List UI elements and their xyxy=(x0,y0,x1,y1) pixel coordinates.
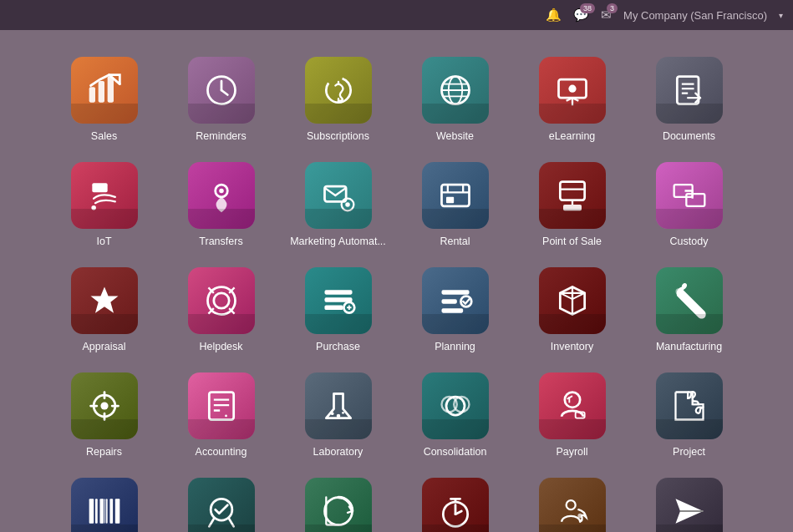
app-item-website[interactable]: Website xyxy=(397,47,514,152)
app-item-documents[interactable]: Documents xyxy=(631,47,748,152)
svg-marker-39 xyxy=(90,287,118,313)
app-icon-custody xyxy=(656,162,723,229)
app-item-plm[interactable]: PLM xyxy=(280,468,397,532)
svg-line-5 xyxy=(221,90,227,95)
svg-rect-28 xyxy=(441,185,469,206)
app-label-iot: IoT xyxy=(96,236,111,247)
svg-point-100 xyxy=(577,514,582,519)
app-item-payroll[interactable]: Payroll xyxy=(514,362,631,468)
app-label-transfers: Transfers xyxy=(199,236,242,247)
svg-rect-86 xyxy=(105,499,107,523)
app-label-repairs: Repairs xyxy=(86,446,122,458)
app-item-quality[interactable]: Quality xyxy=(163,468,280,532)
app-item-transfers[interactable]: Transfers xyxy=(163,152,280,257)
svg-point-79 xyxy=(564,393,579,408)
app-item-marketing[interactable]: Marketing Automat... xyxy=(280,152,397,257)
app-item-repairs[interactable]: Repairs xyxy=(46,362,163,468)
app-label-sales: Sales xyxy=(91,130,117,142)
app-icon-accounting xyxy=(188,372,255,439)
app-icon-website xyxy=(422,57,489,124)
svg-point-22 xyxy=(91,205,96,210)
svg-rect-38 xyxy=(686,194,704,206)
app-icon-timesheets xyxy=(422,478,489,532)
app-item-sales[interactable]: Sales xyxy=(46,47,163,152)
app-item-project[interactable]: Project xyxy=(631,362,748,468)
app-item-inventory[interactable]: Inventory xyxy=(514,257,631,362)
msg-icon[interactable]: ✉ 3 xyxy=(601,8,612,23)
app-icon-planning xyxy=(422,267,489,334)
app-label-appraisal: Appraisal xyxy=(82,341,125,352)
app-label-inventory: Inventory xyxy=(551,341,593,352)
svg-point-41 xyxy=(213,293,228,308)
svg-rect-25 xyxy=(324,186,346,201)
app-icon-helpdesk xyxy=(188,267,255,334)
app-item-consolidation[interactable]: Consolidation xyxy=(397,362,514,468)
company-selector[interactable]: My Company (San Francisco) xyxy=(623,9,767,22)
app-label-payroll: Payroll xyxy=(556,446,587,458)
app-label-laboratory: Laboratory xyxy=(313,446,363,458)
svg-rect-88 xyxy=(114,499,119,523)
app-item-laboratory[interactable]: Laboratory xyxy=(280,362,397,468)
app-item-planning[interactable]: Planning xyxy=(397,257,514,362)
app-icon-appraisal xyxy=(71,267,138,334)
app-icon-sales xyxy=(71,57,138,124)
app-label-rental: Rental xyxy=(440,236,470,247)
app-item-purchase[interactable]: Purchase xyxy=(280,257,397,362)
app-item-subscriptions[interactable]: Subscriptions xyxy=(280,47,397,152)
svg-rect-48 xyxy=(324,306,343,311)
app-label-planning: Planning xyxy=(435,341,475,352)
app-label-website: Website xyxy=(436,130,474,142)
app-icon-transfers xyxy=(188,162,255,229)
svg-point-74 xyxy=(336,414,340,418)
company-chevron[interactable]: ▾ xyxy=(779,11,783,20)
app-icon-purchase xyxy=(305,267,372,334)
chat-icon[interactable]: 💬 38 xyxy=(573,8,589,23)
app-item-emailmktg[interactable]: Email Marketing xyxy=(631,468,748,532)
app-item-barcode[interactable]: Barcode xyxy=(46,468,163,532)
app-item-pos[interactable]: Point of Sale xyxy=(514,152,631,257)
app-item-reminders[interactable]: Reminders xyxy=(163,47,280,152)
app-icon-reminders xyxy=(188,57,255,124)
app-item-manufacturing[interactable]: Manufacturing xyxy=(631,257,748,362)
svg-rect-33 xyxy=(560,182,584,200)
app-item-custody[interactable]: Custody xyxy=(631,152,748,257)
app-label-consolidation: Consolidation xyxy=(424,446,487,458)
svg-rect-87 xyxy=(109,499,113,523)
app-item-elearning[interactable]: eLearning xyxy=(514,47,631,152)
app-icon-quality xyxy=(188,478,255,532)
app-icon-elearning xyxy=(539,57,606,124)
app-icon-marketing xyxy=(305,162,372,229)
svg-rect-2 xyxy=(107,77,113,103)
app-item-fieldservice[interactable]: Field Service xyxy=(514,468,631,532)
app-label-project: Project xyxy=(673,446,705,458)
chat-badge: 38 xyxy=(580,3,595,13)
svg-point-24 xyxy=(219,189,224,194)
app-item-appraisal[interactable]: Appraisal xyxy=(46,257,163,362)
svg-rect-0 xyxy=(89,87,94,102)
app-icon-documents xyxy=(656,57,723,124)
topbar: 🔔 💬 38 ✉ 3 My Company (San Francisco) ▾ xyxy=(0,0,793,30)
app-item-rental[interactable]: Rental xyxy=(397,152,514,257)
app-grid: SalesRemindersSubscriptionsWebsiteeLearn… xyxy=(0,30,793,532)
bell-icon[interactable]: 🔔 xyxy=(546,8,562,23)
svg-rect-84 xyxy=(95,499,98,523)
app-label-helpdesk: Helpdesk xyxy=(199,341,242,352)
app-label-pos: Point of Sale xyxy=(542,236,602,247)
svg-rect-89 xyxy=(104,499,105,523)
app-icon-consolidation xyxy=(422,372,489,439)
svg-rect-35 xyxy=(563,205,582,210)
app-item-iot[interactable]: IoT xyxy=(46,152,163,257)
app-icon-emailmktg xyxy=(656,478,723,532)
svg-rect-17 xyxy=(677,77,699,104)
svg-rect-52 xyxy=(441,290,469,295)
svg-point-73 xyxy=(330,412,333,415)
app-item-timesheets[interactable]: Timesheets xyxy=(397,468,514,532)
app-item-helpdesk[interactable]: Helpdesk xyxy=(163,257,280,362)
app-icon-iot xyxy=(71,162,138,229)
app-icon-barcode xyxy=(71,478,138,532)
svg-point-71 xyxy=(225,415,227,418)
svg-point-27 xyxy=(345,202,350,207)
app-icon-fieldservice xyxy=(539,478,606,532)
app-item-accounting[interactable]: Accounting xyxy=(163,362,280,468)
msg-badge: 3 xyxy=(607,3,618,13)
